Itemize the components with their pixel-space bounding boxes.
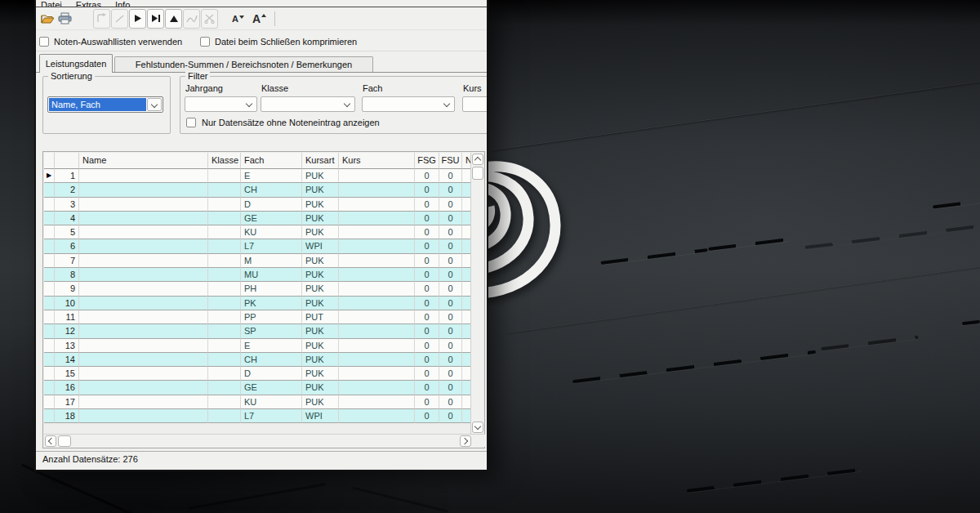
row-selector (44, 183, 55, 197)
next-record-button[interactable] (129, 9, 146, 29)
chevron-down-icon (443, 100, 450, 107)
cell-fach: PH (241, 282, 302, 296)
row-number: 17 (55, 395, 79, 409)
cell-kurs (339, 324, 415, 338)
font-decrease-button[interactable]: A (230, 13, 246, 25)
row-number: 12 (55, 324, 79, 338)
table-row[interactable]: 17KUPUK00 (44, 395, 472, 409)
sortierung-combobox[interactable]: Name, Fach (47, 96, 163, 113)
table-row[interactable]: 6L7WPI00 (44, 239, 472, 253)
tab-fehlstunden[interactable]: Fehlstunden-Summen / Bereichsnoten / Bem… (114, 56, 373, 72)
curve-tool-icon (186, 14, 198, 24)
goto-last-button[interactable] (147, 9, 164, 29)
tile-seam (189, 483, 326, 509)
table-row[interactable]: 3DPUK00 (44, 198, 472, 212)
font-increase-button[interactable]: A (251, 11, 268, 26)
cell-klasse (208, 268, 241, 282)
cell-kursart: PUK (302, 324, 339, 338)
open-folder-icon (41, 13, 55, 25)
chevron-right-icon (461, 438, 468, 444)
scroll-up-button[interactable] (472, 154, 483, 165)
table-row[interactable]: 15DPUK00 (44, 367, 472, 381)
horizontal-scrollbar[interactable] (44, 434, 485, 447)
table-row[interactable]: 14CHPUK00 (44, 353, 472, 367)
cell-fach: E (241, 339, 302, 353)
cell-fsu: 0 (439, 324, 462, 338)
move-up-button[interactable] (165, 9, 182, 29)
ohne-noteneintrag-checkbox[interactable] (186, 118, 196, 127)
fach-combobox[interactable] (362, 96, 455, 112)
cut-button[interactable] (201, 9, 218, 29)
row-number: 1 (55, 169, 79, 183)
header-selector (44, 153, 55, 169)
vertical-scroll-thumb[interactable] (472, 167, 483, 180)
table-row[interactable]: 7MPUK00 (44, 254, 472, 268)
tab-leistungsdaten[interactable]: Leistungsdaten (39, 54, 113, 73)
komprimieren-checkbox[interactable] (200, 37, 210, 47)
cell-fach: D (241, 367, 302, 381)
cell-fsu: 0 (439, 395, 462, 409)
table-row[interactable]: 9PHPUK00 (44, 282, 472, 296)
cell-name (79, 339, 208, 353)
row-selector (44, 353, 55, 367)
cell-fsu: 0 (439, 367, 462, 381)
print-button[interactable] (57, 10, 74, 28)
cell-fsg: 0 (415, 169, 439, 183)
menubar: DateiExtrasInfo (36, 0, 487, 7)
cell-fach: PK (241, 297, 302, 310)
table-row[interactable]: 2CHPUK00 (44, 183, 472, 197)
cell-fsu: 0 (439, 268, 462, 282)
cell-kurs (339, 254, 415, 268)
scroll-down-button[interactable] (472, 422, 483, 433)
noten-auswahllisten-checkbox[interactable] (39, 37, 49, 47)
table-row[interactable]: 4GEPUK00 (44, 212, 472, 225)
table-row[interactable]: 16GEPUK00 (44, 381, 472, 395)
menu-info[interactable]: Info (115, 0, 144, 7)
vertical-scrollbar[interactable] (470, 153, 483, 435)
kurs-combobox[interactable] (462, 96, 488, 112)
table-row[interactable]: 5KUPUK00 (44, 225, 472, 239)
open-file-button[interactable] (39, 10, 56, 28)
jahrgang-combobox[interactable] (185, 96, 257, 112)
cell-fsu: 0 (439, 254, 462, 268)
table-row[interactable]: 10PKPUK00 (44, 297, 472, 310)
klasse-combobox[interactable] (261, 96, 355, 112)
scroll-left-button[interactable] (45, 435, 56, 447)
cell-fach: GE (241, 381, 302, 395)
goto-first-button[interactable] (93, 9, 110, 29)
cell-fsg: 0 (415, 254, 439, 268)
cell-kurs (339, 282, 415, 296)
cell-kursart: PUK (302, 212, 339, 225)
table-row[interactable]: 18L7WPI00 (44, 409, 472, 423)
cell-fach: KU (241, 225, 302, 239)
curve-tool-button[interactable] (183, 9, 200, 29)
cell-kursart: PUK (302, 225, 339, 239)
chevron-left-icon (48, 438, 55, 444)
goto-previous-button[interactable] (111, 9, 128, 29)
table-header-row: NameKlasseFachKursartKursFSGFSUN (44, 153, 472, 169)
table-row[interactable]: 12SPPUK00 (44, 324, 472, 338)
table-row[interactable]: ▶1EPUK00 (44, 169, 472, 183)
menu-extras[interactable]: Extras (76, 0, 115, 7)
scroll-right-button[interactable] (460, 435, 471, 447)
table-row[interactable]: 11PPPUT00 (44, 310, 472, 324)
table-row[interactable]: 8MUPUK00 (44, 268, 472, 282)
cell-fach: E (241, 169, 302, 183)
cell-kurs (339, 225, 415, 239)
cell-klasse (208, 169, 241, 183)
menu-datei[interactable]: Datei (41, 0, 76, 7)
chevron-down-icon (344, 100, 350, 107)
filter-group-title: Filter (185, 71, 210, 81)
cell-fsu: 0 (439, 297, 462, 310)
cell-fsu: 0 (439, 225, 462, 239)
cell-fsg: 0 (415, 268, 439, 282)
horizontal-scroll-thumb[interactable] (58, 435, 71, 447)
sortierung-dropdown-button[interactable] (147, 98, 162, 111)
app-window: DateiExtrasInfo A A Noten-Auswahllisten … (34, 0, 488, 471)
table-row[interactable]: 13EPUK00 (44, 339, 472, 353)
cell-kursart: PUK (302, 169, 339, 183)
header-name: Name (79, 153, 208, 169)
cell-fsu: 0 (439, 239, 462, 253)
komprimieren-label: Datei beim Schließen komprimieren (215, 37, 357, 47)
move-up-icon (169, 15, 179, 23)
